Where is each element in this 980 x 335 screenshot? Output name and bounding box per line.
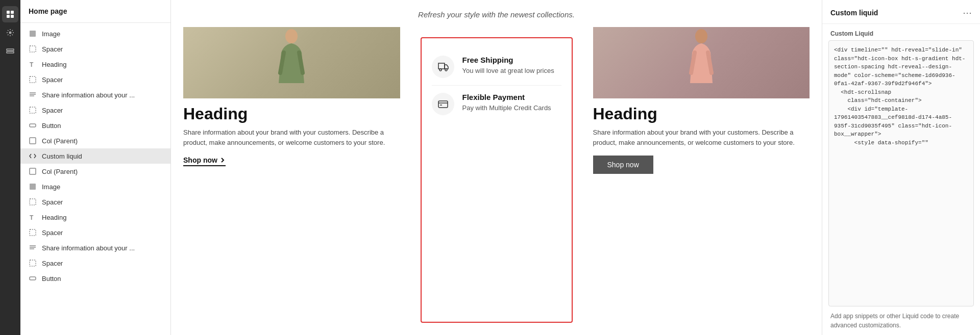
svg-rect-17 [30,168,36,174]
text-icon-2 [29,244,37,252]
spacer-icon-6 [29,259,37,267]
image-icon-2 [29,183,37,191]
payment-text: Flexible Payment Pay with Multiple Credi… [462,93,551,113]
spacer-icon [29,45,37,53]
spacer-icon-4 [29,198,37,206]
svg-rect-21 [30,229,36,236]
heading-icon: T [29,60,37,68]
button-icon-2 [29,274,37,282]
code-icon [29,152,37,160]
svg-rect-26 [30,277,36,280]
right-panel-label: Custom Liquid [822,24,980,40]
right-panel-hint: Add app snippets or other Liquid code to… [822,306,980,335]
svg-point-33 [695,29,707,43]
sidebar-items: Image Spacer T Heading Spacer [20,23,170,335]
right-heading: Heading [593,105,810,123]
svg-rect-19 [30,199,36,205]
sidebar-item-share-1[interactable]: Share information about your ... [20,87,170,102]
icon-box-payment: Flexible Payment Pay with Multiple Credi… [432,85,561,122]
svg-rect-8 [30,46,36,52]
sidebar-item-image-2[interactable]: Image [20,179,170,194]
svg-rect-0 [7,11,10,14]
sidebar-item-spacer-4[interactable]: Spacer [20,194,170,210]
custom-liquid-textarea[interactable] [828,40,974,306]
main-canvas: Refresh your style with the newest colle… [171,0,822,335]
svg-rect-10 [30,76,36,83]
svg-text:T: T [30,214,34,221]
shop-now-button[interactable]: Shop now [593,156,653,174]
sidebar: Home page Image Spacer T Heading [20,0,171,335]
svg-rect-6 [7,51,14,53]
svg-rect-16 [30,138,36,144]
right-panel-header: Custom liquid ⋯ [822,0,980,24]
col-icon [29,137,37,145]
sidebar-item-heading-2[interactable]: T Heading [20,210,170,225]
svg-point-28 [439,69,442,71]
spacer-icon-2 [29,75,37,84]
sections-icon[interactable] [2,6,18,22]
left-description: Share information about your brand with … [183,127,400,147]
shipping-icon-circle [432,56,454,78]
svg-text:T: T [30,61,34,68]
sidebar-item-spacer-5[interactable]: Spacer [20,225,170,240]
canvas-subtitle: Refresh your style with the newest colle… [171,0,822,27]
sidebar-item-spacer-1[interactable]: Spacer [20,41,170,57]
svg-rect-5 [7,49,14,50]
button-icon [29,121,37,130]
canvas-content: Refresh your style with the newest colle… [171,0,822,335]
svg-rect-30 [438,101,448,108]
heading-icon-2: T [29,213,37,221]
sidebar-item-spacer-3[interactable]: Spacer [20,102,170,118]
left-product-image [183,27,400,98]
sidebar-item-spacer-6[interactable]: Spacer [20,255,170,271]
shipping-text: Free Shipping You will love at great low… [462,56,554,75]
middle-column: Free Shipping You will love at great low… [412,27,581,335]
svg-rect-1 [11,11,14,14]
sidebar-item-image-1[interactable]: Image [20,26,170,41]
sidebar-item-col-parent-2[interactable]: Col (Parent) [20,164,170,179]
left-heading: Heading [183,105,400,123]
spacer-icon-3 [29,106,37,114]
right-product-image [593,27,810,98]
sidebar-item-heading-1[interactable]: T Heading [20,57,170,72]
svg-rect-15 [30,124,36,127]
sidebar-header: Home page [20,0,170,23]
right-panel-title: Custom liquid [830,9,878,17]
svg-point-27 [285,29,298,43]
three-col-layout: Heading Share information about your bra… [171,27,822,335]
settings-icon[interactable] [2,24,18,41]
payment-icon-circle [432,93,454,115]
text-icon [29,91,37,99]
image-icon [29,30,37,38]
svg-rect-7 [30,31,36,37]
spacer-icon-5 [29,228,37,237]
right-panel-menu-button[interactable]: ⋯ [963,7,972,18]
svg-rect-3 [11,15,14,18]
col-icon-2 [29,167,37,175]
sidebar-item-col-parent-1[interactable]: Col (Parent) [20,133,170,148]
left-column: Heading Share information about your bra… [171,27,412,335]
svg-rect-18 [30,184,36,190]
sidebar-title: Home page [29,7,67,15]
sidebar-item-share-2[interactable]: Share information about your ... [20,240,170,255]
icon-box-card: Free Shipping You will love at great low… [421,37,573,323]
blocks-icon[interactable] [2,43,18,59]
right-description: Share information about your brand with … [593,127,810,147]
sidebar-item-custom-liquid[interactable]: Custom liquid [20,148,170,164]
sidebar-item-spacer-2[interactable]: Spacer [20,72,170,87]
sidebar-item-button-1[interactable]: Button [20,118,170,133]
sidebar-item-button-2[interactable]: Button [20,271,170,286]
svg-point-29 [445,69,447,71]
canvas-inner: Refresh your style with the newest colle… [171,0,822,335]
svg-point-4 [9,32,12,34]
svg-rect-14 [30,107,36,113]
svg-rect-25 [30,260,36,266]
right-panel: Custom liquid ⋯ Custom Liquid Add app sn… [822,0,980,335]
svg-rect-2 [7,15,10,18]
shop-now-link[interactable]: Shop now [183,156,226,166]
icon-box-shipping: Free Shipping You will love at great low… [432,48,561,85]
sidebar-icon-column [0,0,20,335]
right-column: Heading Share information about your bra… [581,27,822,335]
